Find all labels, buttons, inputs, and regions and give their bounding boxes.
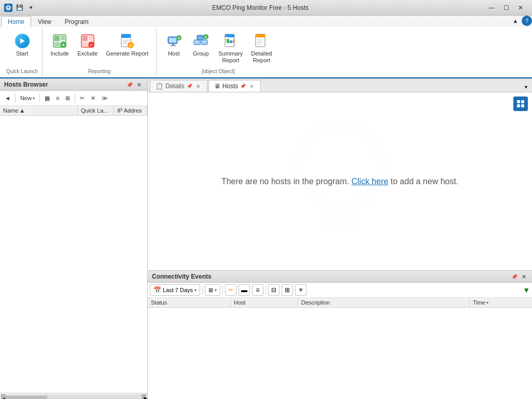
add-host-link[interactable]: Click here [352, 177, 388, 186]
ribbon-body: Start Quick Launch + [0, 27, 532, 78]
more-button[interactable]: ≫ [99, 92, 110, 104]
svg-rect-55 [517, 104, 520, 107]
expand-button[interactable]: ≡ [252, 284, 263, 296]
svg-rect-30 [202, 42, 207, 44]
col-name-header[interactable]: Name ▲ [0, 106, 78, 115]
time-filter-arrow: ▾ [194, 288, 197, 293]
quick-dropdown-button[interactable]: ▾ [26, 3, 36, 13]
events-time-col[interactable]: Time ▾ [470, 298, 532, 307]
events-description-col[interactable]: Description [298, 298, 470, 307]
start-button[interactable]: Start [9, 30, 35, 60]
svg-rect-45 [257, 39, 263, 40]
summary-report-button[interactable]: SummaryReport [215, 30, 246, 66]
view-mode-button[interactable]: ⊞ ▾ [205, 284, 220, 296]
title-bar-left: 💾 ▾ [4, 3, 36, 13]
exclude-button[interactable]: − Exclude [74, 30, 101, 60]
tab-home[interactable]: Home [1, 16, 31, 27]
scrollbar-thumb[interactable] [6, 396, 47, 399]
title-bar: 💾 ▾ EMCO Ping Monitor Free - 5 Hosts — ☐… [0, 0, 532, 16]
svg-rect-40 [233, 39, 234, 43]
details-tab-close[interactable]: ✕ [194, 82, 202, 90]
view-mode-arrow: ▾ [215, 288, 217, 293]
events-content[interactable] [148, 308, 532, 399]
scrollbar-track[interactable] [5, 395, 142, 399]
ribbon: Home View Program ▲ ? Start Quick Launch [0, 16, 532, 79]
new-group-button[interactable]: + Group [188, 30, 214, 60]
tab-program[interactable]: Program [58, 16, 95, 27]
reporting-section-label: Reporting [88, 66, 110, 74]
quick-access-toolbar: 💾 ▾ [15, 3, 36, 13]
view-toggle-button[interactable]: ▦ [42, 92, 52, 104]
tab-view[interactable]: View [31, 16, 58, 27]
connectivity-events-header: Connectivity Events 📌 ✕ [148, 271, 532, 283]
sidebar-content[interactable] [0, 116, 147, 393]
tab-hosts[interactable]: 🖥 Hosts 📌 ✕ [208, 80, 261, 92]
tabs-row: 📋 Details 📌 ✕ 🖥 Hosts 📌 ✕ ▾ [148, 79, 532, 92]
ribbon-collapse-button[interactable]: ▲ [510, 16, 521, 26]
svg-rect-47 [257, 42, 263, 43]
maximize-button[interactable]: ☐ [499, 1, 513, 15]
svg-text:+: + [62, 42, 65, 48]
ribbon-section-reporting: + Include − [43, 28, 157, 76]
hosts-tab-close[interactable]: ✕ [248, 82, 255, 90]
svg-text:⚙: ⚙ [129, 43, 133, 48]
ribbon-new-buttons: + Host [161, 30, 275, 66]
exclude-icon: − [79, 33, 96, 49]
sidebar-pin-button[interactable]: 📌 [125, 80, 134, 89]
app-icon [4, 4, 12, 12]
events-column-header: Status Host Description Time ▾ [148, 298, 532, 308]
sidebar-close-button[interactable]: ✕ [135, 80, 143, 89]
filter-button[interactable]: ▼ [295, 284, 306, 296]
hosts-browser-sidebar: Hosts Browser 📌 ✕ ◄ New ▾ ▦ ≡ ⊞ ✂ ✕ ≫ N [0, 79, 148, 399]
quick-save-button[interactable]: 💾 [15, 3, 25, 13]
close-button[interactable]: ✕ [513, 1, 528, 15]
svg-text:+: + [205, 35, 207, 40]
tabs-expand-button[interactable]: ▾ [522, 81, 530, 92]
hosts-tab-pin: 📌 [240, 84, 246, 89]
active-filter-indicator: ▼ [523, 286, 530, 294]
svg-rect-18 [123, 43, 127, 44]
events-toolbar: 📅 Last 7 Days ▾ ⊞ ▾ ✏ ▬ [148, 283, 532, 298]
collapse-button[interactable]: ▬ [239, 284, 250, 296]
collapse-icon: ▬ [241, 286, 247, 294]
sidebar-header-controls: 📌 ✕ [125, 80, 143, 89]
details-toggle-button[interactable] [513, 97, 528, 111]
col-ip-header[interactable]: IP Addres [114, 106, 147, 115]
sidebar-scrollbar[interactable]: ◄ ► [0, 393, 147, 399]
minimize-button[interactable]: — [484, 1, 499, 15]
svg-rect-32 [198, 37, 203, 39]
new-host-button[interactable]: + Host [161, 30, 187, 60]
start-icon [14, 33, 31, 49]
details-view-button[interactable]: ⊞ [63, 92, 73, 104]
col-toggle-button[interactable]: ⊟ [268, 284, 279, 296]
delete-button[interactable]: ✕ [88, 92, 98, 104]
scroll-right-btn[interactable]: ► [142, 394, 146, 399]
tab-details[interactable]: 📋 Details 📌 ✕ [150, 80, 207, 92]
svg-rect-22 [169, 38, 176, 43]
events-pin-button[interactable]: 📌 [510, 272, 519, 281]
list-view-button[interactable]: ≡ [53, 92, 62, 104]
col-quicklaunch-header[interactable]: Quick La... [78, 106, 114, 115]
events-host-col[interactable]: Host [231, 298, 298, 307]
back-button[interactable]: ◄ [2, 92, 13, 104]
quick-launch-section-label: Quick Launch [6, 66, 38, 74]
new-button[interactable]: New ▾ [18, 92, 37, 104]
events-status-col[interactable]: Status [148, 298, 231, 307]
calendar-icon: 📅 [153, 286, 161, 294]
include-button[interactable]: + Include [47, 30, 73, 60]
detailed-report-icon [253, 33, 270, 49]
events-close-button[interactable]: ✕ [520, 272, 528, 281]
svg-rect-15 [121, 34, 131, 37]
time-filter-button[interactable]: 📅 Last 7 Days ▾ [150, 284, 200, 296]
summary-report-label: SummaryReport [218, 50, 243, 64]
help-button[interactable]: ? [522, 16, 532, 26]
detailed-report-button[interactable]: DetailedReport [247, 30, 275, 66]
view-mode-icon: ⊞ [208, 287, 213, 294]
svg-rect-38 [227, 39, 229, 43]
generate-report-button[interactable]: ⚙ Generate Report [102, 30, 152, 60]
edit-button[interactable]: ✏ [225, 284, 236, 296]
cut-button[interactable]: ✂ [77, 92, 87, 104]
filter-icon: ▼ [298, 286, 304, 294]
row-toggle-button[interactable]: ⊞ [282, 284, 293, 296]
scroll-left-btn[interactable]: ◄ [1, 394, 5, 399]
